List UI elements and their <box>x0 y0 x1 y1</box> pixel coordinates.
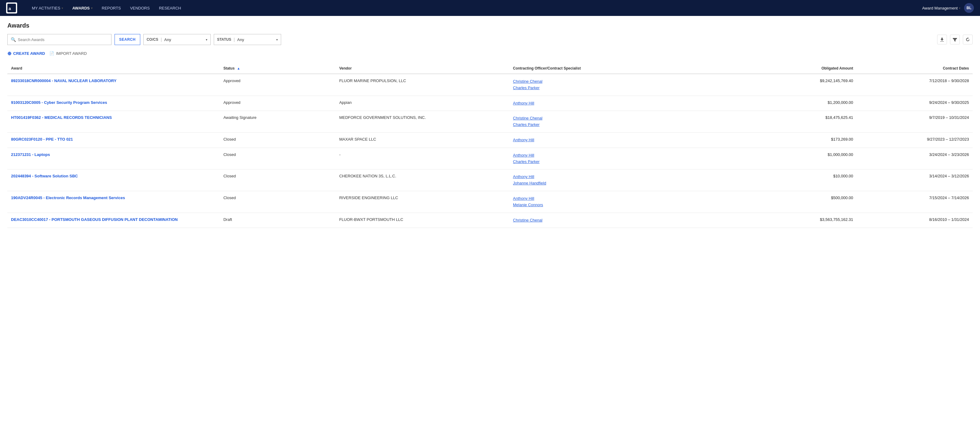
col-header-vendor: Vendor <box>336 63 509 74</box>
officer-cell: Anthony Hill <box>509 96 722 111</box>
nav-vendors[interactable]: VENDORS <box>126 3 153 13</box>
action-row: ⊕ CREATE AWARD 📄 IMPORT AWARD <box>7 49 973 57</box>
dates-cell: 9/7/2019 – 10/31/2024 <box>857 111 973 133</box>
status-cell: Draft <box>220 213 335 228</box>
officer-link[interactable]: Charles Parker <box>513 122 718 128</box>
awards-table: Award Status ▲ Vendor Contracting Office… <box>7 63 973 228</box>
nav-right: Award Management ▾ BL <box>922 3 974 13</box>
officer-cell: Anthony Hill <box>509 132 722 148</box>
officer-link[interactable]: Anthony Hill <box>513 137 718 143</box>
officer-link[interactable]: Christine Chenal <box>513 115 718 122</box>
award-link[interactable]: 212371231 - Laptops <box>11 152 50 157</box>
amount-cell: $18,475,625.41 <box>722 111 857 133</box>
refresh-button[interactable] <box>963 35 973 45</box>
vendor-cell: CHEROKEE NATION 3S, L.L.C. <box>336 169 509 191</box>
app-logo[interactable]: a <box>6 2 19 13</box>
sort-icon: ▲ <box>237 67 240 70</box>
officer-link[interactable]: Melanie Connors <box>513 202 718 208</box>
award-link[interactable]: 190ADV24R0045 - Electronic Records Manag… <box>11 196 125 200</box>
col-header-status sortable[interactable]: Status ▲ <box>220 63 335 74</box>
col-header-award: Award <box>7 63 220 74</box>
download-button[interactable] <box>937 35 947 45</box>
status-cell: Approved <box>220 74 335 96</box>
import-award-button[interactable]: 📄 IMPORT AWARD <box>49 50 87 57</box>
vendor-cell: MAXAR SPACE LLC <box>336 132 509 148</box>
officer-link[interactable]: Christine Chenal <box>513 78 718 85</box>
toolbar-right <box>937 35 973 45</box>
search-input[interactable] <box>18 37 108 42</box>
nav-research[interactable]: RESEARCH <box>155 3 185 13</box>
dates-cell: 8/16/2010 – 1/31/2024 <box>857 213 973 228</box>
table-row: 190ADV24R0045 - Electronic Records Manag… <box>7 191 973 213</box>
table-row: DEAC3010CC40017 - PORTSMOUTH GASEOUS DIF… <box>7 213 973 228</box>
page-title: Awards <box>7 22 973 29</box>
vendor-cell: FLUOR MARINE PROPULSION, LLC <box>336 74 509 96</box>
status-cell: Closed <box>220 169 335 191</box>
status-filter[interactable]: STATUS | Any ▾ <box>214 34 281 45</box>
import-icon: 📄 <box>49 51 54 56</box>
officer-link[interactable]: Christine Chenal <box>513 217 718 224</box>
vendor-cell: Appian <box>336 96 509 111</box>
col-header-officer: Contracting Officer/Contract Specialist <box>509 63 722 74</box>
chevron-down-icon: ▾ <box>206 38 207 41</box>
nav-awards[interactable]: AWARDS ▾ <box>68 3 96 13</box>
nav-links: MY ACTIVITIES ▾ AWARDS ▾ REPORTS VENDORS… <box>28 3 922 13</box>
amount-cell: $3,563,755,162.31 <box>722 213 857 228</box>
award-management-menu[interactable]: Award Management ▾ <box>922 6 960 10</box>
dates-cell: 7/15/2024 – 7/14/2026 <box>857 191 973 213</box>
award-link[interactable]: 91003120C0005 - Cyber Security Program S… <box>11 100 107 105</box>
officer-link[interactable]: Anthony Hill <box>513 100 718 107</box>
status-cell: Closed <box>220 132 335 148</box>
create-award-button[interactable]: ⊕ CREATE AWARD <box>7 49 45 57</box>
officer-cell: Christine ChenalCharles Parker <box>509 111 722 133</box>
officer-link[interactable]: Johanne Handfield <box>513 180 718 187</box>
officer-cell: Christine Chenal <box>509 213 722 228</box>
status-cell: Approved <box>220 96 335 111</box>
amount-cell: $173,269.00 <box>722 132 857 148</box>
plus-icon: ⊕ <box>7 51 11 56</box>
svg-text:a: a <box>9 6 11 11</box>
status-value: Any <box>237 37 274 42</box>
cocs-value: Any <box>164 37 204 42</box>
officer-link[interactable]: Anthony Hill <box>513 196 718 202</box>
dates-cell: 3/24/2024 – 3/23/2026 <box>857 148 973 169</box>
vendor-cell: - <box>336 148 509 169</box>
award-link[interactable]: 202448394 - Software Solution SBC <box>11 174 78 178</box>
vendor-cell: MEDFORCE GOVERNMENT SOLUTIONS, INC. <box>336 111 509 133</box>
amount-cell: $10,000.00 <box>722 169 857 191</box>
nav-reports[interactable]: REPORTS <box>98 3 125 13</box>
officer-link[interactable]: Charles Parker <box>513 85 718 91</box>
officer-cell: Anthony HillMelanie Connors <box>509 191 722 213</box>
award-link[interactable]: DEAC3010CC40017 - PORTSMOUTH GASEOUS DIF… <box>11 217 178 222</box>
vendor-cell: FLUOR-BWXT PORTSMOUTH LLC <box>336 213 509 228</box>
table-row: HT001419F0362 - MEDICAL RECORDS TECHNICI… <box>7 111 973 133</box>
nav-my-activities[interactable]: MY ACTIVITIES ▾ <box>28 3 67 13</box>
dates-cell: 9/24/2024 – 9/30/2025 <box>857 96 973 111</box>
officer-link[interactable]: Anthony Hill <box>513 174 718 180</box>
amount-cell: $9,242,145,769.40 <box>722 74 857 96</box>
cocs-label: CO/CS <box>147 37 158 41</box>
dates-cell: 7/12/2018 – 9/30/2028 <box>857 74 973 96</box>
search-box: 🔍 <box>7 34 111 45</box>
award-link[interactable]: 89233018CNR000004 - NAVAL NUCLEAR LABORA… <box>11 78 116 83</box>
cocs-filter[interactable]: CO/CS | Any ▾ <box>143 34 211 45</box>
filter-button[interactable] <box>950 35 960 45</box>
status-cell: Closed <box>220 191 335 213</box>
table-row: 89233018CNR000004 - NAVAL NUCLEAR LABORA… <box>7 74 973 96</box>
chevron-down-icon: ▾ <box>62 6 63 10</box>
table-row: 80GRC023F0120 - PPE - TTO 021ClosedMAXAR… <box>7 132 973 148</box>
page-container: Awards 🔍 SEARCH CO/CS | Any ▾ STATUS | A… <box>0 16 980 432</box>
award-link[interactable]: 80GRC023F0120 - PPE - TTO 021 <box>11 137 73 142</box>
status-cell: Awaiting Signature <box>220 111 335 133</box>
vendor-cell: RIVERSIDE ENGINEERING LLC <box>336 191 509 213</box>
top-navigation: a MY ACTIVITIES ▾ AWARDS ▾ REPORTS VENDO… <box>0 0 980 16</box>
search-button[interactable]: SEARCH <box>115 34 140 45</box>
user-avatar[interactable]: BL <box>964 3 974 13</box>
table-row: 91003120C0005 - Cyber Security Program S… <box>7 96 973 111</box>
officer-link[interactable]: Anthony Hill <box>513 152 718 159</box>
officer-link[interactable]: Charles Parker <box>513 159 718 165</box>
chevron-down-icon: ▾ <box>959 6 960 10</box>
table-header: Award Status ▲ Vendor Contracting Office… <box>7 63 973 74</box>
table-body: 89233018CNR000004 - NAVAL NUCLEAR LABORA… <box>7 74 973 228</box>
award-link[interactable]: HT001419F0362 - MEDICAL RECORDS TECHNICI… <box>11 115 112 120</box>
